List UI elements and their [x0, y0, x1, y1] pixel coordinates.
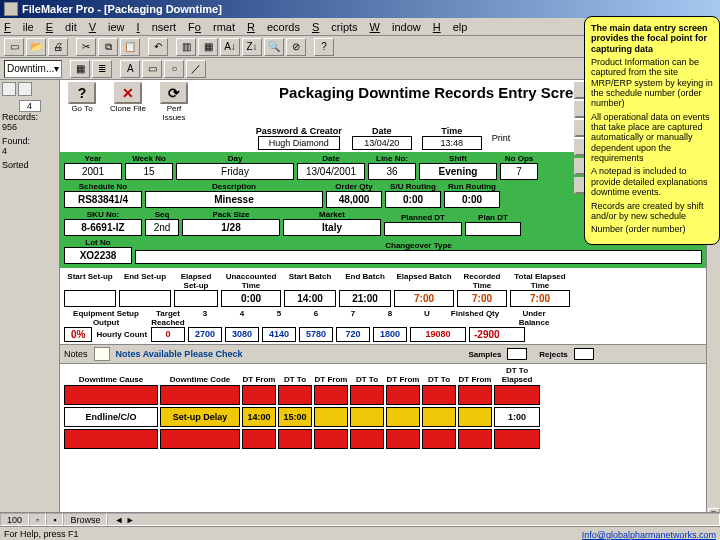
copy-icon[interactable]: ⧉ [98, 38, 118, 56]
date-label: Date [352, 126, 412, 136]
plan-dt-field[interactable] [465, 222, 521, 236]
new-icon[interactable]: ▭ [4, 38, 24, 56]
notes-icon[interactable] [94, 347, 110, 361]
open-icon[interactable]: 📂 [26, 38, 46, 56]
menu-file[interactable]: File [4, 21, 34, 33]
week-field[interactable]: 15 [125, 163, 173, 180]
tool-a-icon[interactable]: A [120, 60, 140, 78]
flip-icon[interactable] [18, 82, 32, 96]
contact-email-link[interactable]: Info@globalpharmanetworks.com [582, 530, 716, 540]
status-zoom-row: 100 ▫ ▪ Browse ◄ ► [0, 512, 720, 526]
tool-d-icon[interactable]: ／ [186, 60, 206, 78]
hourly-8[interactable]: 720 [336, 327, 370, 342]
end-setup-field[interactable] [119, 290, 171, 307]
start-batch-field[interactable]: 14:00 [284, 290, 336, 307]
cut-icon[interactable]: ✂ [76, 38, 96, 56]
sorted-label: Sorted [2, 160, 29, 170]
found-value: 4 [2, 146, 7, 156]
delete-record-icon[interactable]: ▦ [198, 38, 218, 56]
help-icon[interactable]: ? [314, 38, 334, 56]
samples-label: Samples [468, 350, 501, 359]
find-icon[interactable]: 🔍 [264, 38, 284, 56]
date-value: 13/04/20 [352, 136, 412, 150]
dt-cause-2[interactable]: Endline/C/O [64, 407, 158, 427]
year-field[interactable]: 2001 [64, 163, 122, 180]
elapsed-row: Start Set-up End Set-up Elapsed Set-up U… [64, 272, 702, 307]
shift-field[interactable]: Evening [419, 163, 497, 180]
hourly-3[interactable]: 0 [151, 327, 185, 342]
su-routing-field[interactable]: 0:00 [385, 191, 441, 208]
zoom-out-icon[interactable]: ▫ [29, 513, 46, 526]
creator-value: Hugh Diamond [258, 136, 340, 150]
app-icon [4, 2, 18, 16]
schedule-field[interactable]: RS83841/4 [64, 191, 142, 208]
hourly-u[interactable]: 1800 [373, 327, 407, 342]
hourly-4[interactable]: 2700 [188, 327, 222, 342]
sku-field[interactable]: 8-6691-IZ [64, 219, 142, 236]
paste-icon[interactable]: 📋 [120, 38, 140, 56]
menu-insert[interactable]: Insert [137, 21, 177, 33]
hourly-7[interactable]: 5780 [299, 327, 333, 342]
menu-format[interactable]: Format [188, 21, 235, 33]
planned-dt-field[interactable] [384, 222, 462, 236]
menu-edit[interactable]: Edit [46, 21, 77, 33]
day-field[interactable]: Friday [176, 163, 294, 180]
mode-indicator[interactable]: Browse [63, 513, 107, 526]
changeover-field[interactable] [135, 250, 702, 264]
nav-keypad-icon[interactable]: ▦ [70, 60, 90, 78]
dt-row-2: Endline/C/O Set-up Delay 14:00 15:00 1:0… [64, 407, 702, 427]
hourly-block: Equipment Setup Output Target Reached 3 … [64, 309, 702, 342]
rejects-field[interactable] [574, 348, 594, 360]
close-icon: ✕ [114, 82, 142, 104]
zoom-value[interactable]: 100 [0, 513, 29, 526]
book-icon[interactable] [2, 82, 16, 96]
hourly-5[interactable]: 3080 [225, 327, 259, 342]
desc-field[interactable]: Minesse [145, 191, 323, 208]
dt-cause-1[interactable] [64, 385, 158, 405]
creator-label: Password & Creator [256, 126, 342, 136]
menu-window[interactable]: Window [370, 21, 421, 33]
qty-field[interactable]: 48,000 [326, 191, 382, 208]
sort-asc-icon[interactable]: A↓ [220, 38, 240, 56]
dt-from-2[interactable]: 14:00 [242, 407, 276, 427]
menu-records[interactable]: Records [247, 21, 300, 33]
recdate-field[interactable]: 13/04/2001 [297, 163, 365, 180]
time-value: 13:48 [422, 136, 482, 150]
menu-help[interactable]: Help [433, 21, 468, 33]
goto-button[interactable]: ?Go To [64, 82, 100, 122]
end-batch-field[interactable]: 21:00 [339, 290, 391, 307]
sort-desc-icon[interactable]: Z↓ [242, 38, 262, 56]
view-list-icon[interactable]: ≣ [92, 60, 112, 78]
dt-to-2[interactable]: 15:00 [278, 407, 312, 427]
dt-code-1[interactable] [160, 385, 240, 405]
start-setup-field[interactable] [64, 290, 116, 307]
hourly-6[interactable]: 4140 [262, 327, 296, 342]
tool-c-icon[interactable]: ○ [164, 60, 184, 78]
hscroll-track[interactable]: ◄ ► [107, 513, 720, 526]
ops-field[interactable]: 7 [500, 163, 538, 180]
menu-scripts[interactable]: Scripts [312, 21, 358, 33]
menu-view[interactable]: View [89, 21, 125, 33]
tool-b-icon[interactable]: ▭ [142, 60, 162, 78]
notes-label: Notes [64, 349, 88, 359]
clonefile-button[interactable]: ✕Clone File [110, 82, 146, 122]
samples-field[interactable] [507, 348, 527, 360]
finished-qty: 19080 [410, 327, 466, 342]
new-record-icon[interactable]: ▥ [176, 38, 196, 56]
omit-icon[interactable]: ⊘ [286, 38, 306, 56]
elapsed-batch-field: 7:00 [394, 290, 454, 307]
line-field[interactable]: 36 [368, 163, 416, 180]
layout-selector[interactable]: Downtim... ▾ [4, 60, 62, 78]
lot-field[interactable]: XO2238 [64, 247, 132, 264]
zoom-in-icon[interactable]: ▪ [46, 513, 63, 526]
seq-field[interactable]: 2nd [145, 219, 179, 236]
print-label: Print [492, 133, 511, 143]
print-icon[interactable]: 🖨 [48, 38, 68, 56]
dt-code-2[interactable]: Set-up Delay [160, 407, 240, 427]
undo-icon[interactable]: ↶ [148, 38, 168, 56]
perf-button[interactable]: ⟳Perf Issues [156, 82, 192, 122]
run-routing-field[interactable]: 0:00 [444, 191, 500, 208]
packsize-field[interactable]: 1/28 [182, 219, 280, 236]
market-field[interactable]: Italy [283, 219, 381, 236]
window-title: FileMaker Pro - [Packaging Downtime] [22, 0, 222, 18]
